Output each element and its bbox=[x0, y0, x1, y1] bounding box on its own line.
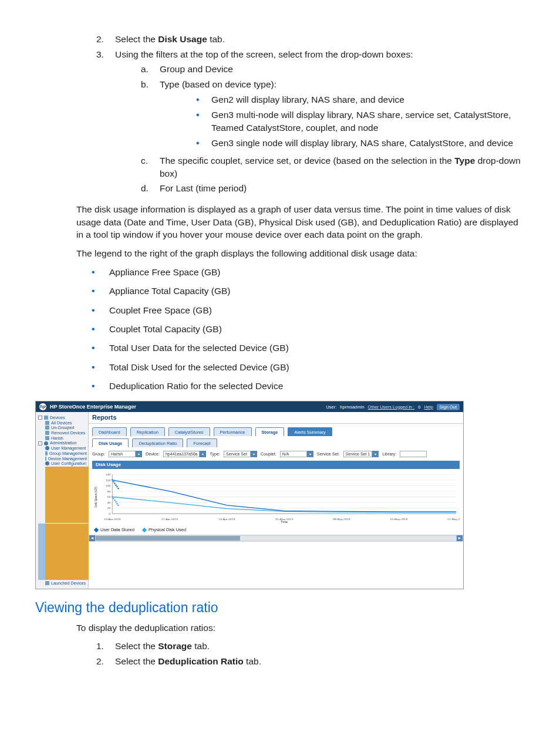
sidebar-item-history[interactable]: History Log bbox=[38, 467, 87, 523]
chevron-down-icon: ▾ bbox=[307, 451, 313, 457]
scroll-right-icon[interactable]: ► bbox=[457, 535, 463, 541]
minus-icon bbox=[38, 441, 42, 445]
sidebar: Devices All Devices Un-Grouped Removed D… bbox=[36, 412, 89, 588]
svg-rect-33 bbox=[114, 499, 116, 501]
step-list: 2. Select the Disk Usage tab. 3. Using t… bbox=[96, 33, 525, 197]
tab-performance[interactable]: Performance bbox=[214, 427, 252, 436]
step-number: 3. bbox=[96, 48, 107, 197]
list-item: Total User Data for the selected Device … bbox=[92, 342, 525, 355]
svg-text:120: 120 bbox=[106, 479, 111, 482]
sidebar-item-harish[interactable]: Harish bbox=[38, 436, 87, 440]
svg-text:08-May-2013: 08-May-2013 bbox=[333, 518, 350, 521]
screenshot-figure: hp HP StoreOnce Enterprise Manager User:… bbox=[35, 401, 464, 589]
paragraph: The legend to the right of the graph dis… bbox=[76, 247, 525, 260]
chevron-down-icon: ▾ bbox=[200, 451, 206, 457]
user-icon bbox=[45, 446, 49, 450]
svg-text:Time: Time bbox=[281, 520, 288, 523]
list-item: Deduplication Ratio for the selected Dev… bbox=[92, 380, 525, 393]
subtab-forecast[interactable]: Forecast bbox=[187, 438, 217, 447]
sidebar-item-user-mgmt[interactable]: User Management bbox=[38, 446, 87, 450]
step-number: 2. bbox=[96, 33, 107, 46]
chart-legend: User Data Stored Physical Disk Used bbox=[89, 525, 463, 535]
sidebar-item-group-mgmt[interactable]: Group Management bbox=[38, 451, 87, 455]
diamond-icon bbox=[142, 528, 147, 532]
filter-bar: Group: Harish▾ Device: hp441ea137a50a▾ T… bbox=[89, 447, 463, 461]
svg-text:0: 0 bbox=[109, 513, 111, 516]
list-item: Appliance Free Space (GB) bbox=[92, 266, 525, 279]
signout-button[interactable]: Sign Out bbox=[437, 404, 460, 411]
sidebar-item-devices[interactable]: Devices bbox=[38, 416, 87, 420]
app-titlebar: hp HP StoreOnce Enterprise Manager User:… bbox=[36, 401, 463, 412]
sidebar-item-launched[interactable]: Launched Devices bbox=[38, 581, 87, 585]
device-icon bbox=[45, 457, 46, 461]
svg-text:20: 20 bbox=[107, 507, 111, 510]
subtab-disk-usage[interactable]: Disk Usage bbox=[92, 438, 129, 447]
svg-rect-30 bbox=[117, 488, 119, 490]
library-select[interactable] bbox=[400, 451, 427, 457]
horizontal-scrollbar[interactable]: ◄ ► bbox=[89, 535, 463, 542]
type-select[interactable]: Service Set▾ bbox=[224, 451, 257, 457]
sidebar-item-all-devices[interactable]: All Devices bbox=[38, 421, 87, 425]
couplet-select[interactable]: N/A▾ bbox=[280, 451, 313, 457]
tab-dashboard[interactable]: Dashboard bbox=[92, 427, 127, 436]
svg-text:Disk Space (GB): Disk Space (GB) bbox=[94, 487, 97, 508]
svg-text:22-May-2013: 22-May-2013 bbox=[447, 518, 460, 521]
devices-icon bbox=[45, 421, 49, 425]
sidebar-item-removed[interactable]: Removed Devices bbox=[38, 431, 87, 435]
subtab-dedup[interactable]: Deduplication Ratio bbox=[132, 438, 183, 447]
chevron-down-icon: ▾ bbox=[251, 451, 257, 457]
hp-logo-icon: hp bbox=[39, 403, 46, 410]
minus-icon bbox=[38, 416, 42, 420]
disk-usage-chart: 020406080100120140Disk Space (GB)10-Apr-… bbox=[92, 471, 460, 524]
service-set-select[interactable]: Service Set 1▾ bbox=[343, 451, 379, 457]
app-title: HP StoreOnce Enterprise Manager bbox=[50, 404, 136, 410]
paragraph: The disk usage information is displayed … bbox=[76, 203, 525, 241]
svg-text:40: 40 bbox=[107, 502, 111, 505]
panel-title: Disk Usage bbox=[92, 461, 460, 469]
sidebar-item-device-mgmt[interactable]: Device Management bbox=[38, 457, 87, 461]
svg-rect-26 bbox=[113, 481, 114, 483]
section-heading: Viewing the deduplication ratio bbox=[35, 600, 525, 616]
devices-icon bbox=[44, 416, 48, 420]
paragraph: To display the deduplication ratios: bbox=[76, 622, 525, 634]
svg-text:60: 60 bbox=[107, 496, 111, 499]
chevron-down-icon: ▾ bbox=[136, 451, 142, 457]
svg-text:24-Apr-2013: 24-Apr-2013 bbox=[219, 518, 235, 521]
help-link[interactable]: Help bbox=[424, 405, 433, 410]
svg-rect-29 bbox=[116, 486, 118, 488]
secondary-tabs: Disk Usage Deduplication Ratio Forecast bbox=[89, 436, 463, 447]
other-users-link[interactable]: Other Users Logged in : bbox=[368, 405, 415, 410]
list-item: Appliance Total Capacity (GB) bbox=[92, 285, 525, 298]
svg-text:80: 80 bbox=[107, 490, 111, 493]
diamond-icon bbox=[94, 528, 99, 532]
step-list: 1. Select the Storage tab. 2. Select the… bbox=[96, 640, 525, 667]
device-select[interactable]: hp441ea137a50a▾ bbox=[163, 451, 207, 457]
tab-alerts[interactable]: Alerts Summary bbox=[288, 427, 332, 436]
svg-rect-35 bbox=[116, 503, 118, 505]
sidebar-item-ungrouped[interactable]: Un-Grouped bbox=[38, 426, 87, 430]
scrollbar-thumb[interactable] bbox=[96, 536, 240, 541]
sidebar-item-user-conf[interactable]: User Configuration bbox=[38, 461, 87, 465]
svg-text:140: 140 bbox=[106, 474, 111, 477]
group-icon bbox=[45, 451, 48, 455]
svg-text:10-Apr-2013: 10-Apr-2013 bbox=[104, 518, 120, 521]
tab-catalyst[interactable]: CatalystStores bbox=[168, 427, 210, 436]
sidebar-item-admin[interactable]: Administration bbox=[38, 441, 87, 445]
folder-icon bbox=[45, 436, 49, 440]
tab-storage[interactable]: Storage bbox=[255, 427, 285, 436]
tab-replication[interactable]: Replication bbox=[130, 427, 165, 436]
sidebar-item-reports[interactable]: Reports bbox=[38, 524, 87, 580]
group-select[interactable]: Harish▾ bbox=[109, 451, 142, 457]
page-title: Reports bbox=[89, 412, 463, 424]
user-icon bbox=[45, 461, 49, 465]
list-item: Total Disk Used for the selected Device … bbox=[92, 361, 525, 374]
user-name: hprmsadmin bbox=[340, 405, 364, 410]
list-item: Couplet Total Capacity (GB) bbox=[92, 323, 525, 336]
admin-icon bbox=[44, 441, 48, 445]
substep-list: a.Group and Device b. Type (based on dev… bbox=[141, 63, 525, 195]
svg-text:15-May-2013: 15-May-2013 bbox=[390, 518, 408, 521]
scroll-left-icon[interactable]: ◄ bbox=[89, 535, 95, 541]
svg-rect-36 bbox=[117, 505, 119, 507]
svg-text:100: 100 bbox=[106, 485, 111, 488]
primary-tabs: Dashboard Replication CatalystStores Per… bbox=[89, 424, 463, 436]
